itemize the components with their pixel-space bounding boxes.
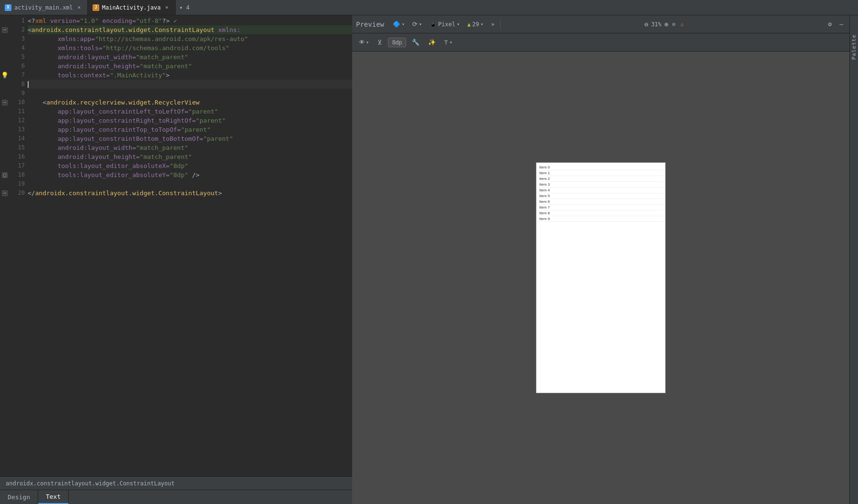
code-line-8 xyxy=(28,80,352,89)
magic-icon: ✨ xyxy=(428,39,436,46)
line-num-18: 18 xyxy=(10,170,25,179)
gutter-2[interactable]: − xyxy=(0,25,10,34)
bottom-status-bar: androidx.constraintlayout.widget.Constra… xyxy=(0,476,352,490)
line-num-12: 12 xyxy=(10,116,25,125)
toolbar-sep-1 xyxy=(500,20,501,29)
wrench-btn[interactable]: 🔧 xyxy=(409,37,422,47)
api-label: 29 xyxy=(472,21,479,28)
line-num-6: 6 xyxy=(10,62,25,71)
code-line-12: app:layout_constraintRight_toRightOf="pa… xyxy=(28,116,352,125)
code-line-5: android:layout_width="match_parent" xyxy=(28,52,352,62)
design-tab-label: Design xyxy=(8,494,30,501)
line-num-3: 3 xyxy=(10,34,25,43)
zoom-fit-btn[interactable]: ⊙ xyxy=(671,20,677,29)
line-num-15: 15 xyxy=(10,143,25,152)
gutter-1 xyxy=(0,16,10,25)
code-line-11: app:layout_constraintLeft_toLeftOf="pare… xyxy=(28,107,352,116)
line-num-7: 7 xyxy=(10,71,25,80)
line-num-20: 20 xyxy=(10,189,25,198)
tab-label-java: MainActivity.java xyxy=(102,4,161,11)
magnet-btn[interactable]: ⊻ xyxy=(375,37,385,47)
gutter-19 xyxy=(0,179,10,189)
gutter-8 xyxy=(0,80,10,89)
gutter-icons: − 💡 − xyxy=(0,15,10,476)
device-select-btn[interactable]: 📱 Pixel ▾ xyxy=(427,20,462,29)
preview-item-3: Item 3 xyxy=(538,182,663,188)
code-line-4: xmlns:tools="http://schemas.android.com/… xyxy=(28,43,352,52)
preview-item-4: Item 4 xyxy=(538,188,663,193)
line-num-2: 2 xyxy=(10,25,25,34)
line-numbers: 1 2 3 4 5 6 7 8 9 10 11 12 13 14 15 16 1… xyxy=(10,15,28,476)
api-btn[interactable]: ▲ 29 ▾ xyxy=(464,20,486,29)
tab-close-java[interactable]: × xyxy=(164,4,170,11)
line-num-19: 19 xyxy=(10,179,25,189)
align-chevron: ▾ xyxy=(450,40,452,45)
orientation-icon: ⟳ xyxy=(412,21,418,28)
main-content: − 💡 − xyxy=(0,15,858,504)
design-text-tabs: Design Text xyxy=(0,490,352,504)
code-line-18: tools:layout_editor_absoluteY="8dp" /> xyxy=(28,170,352,179)
fold-icon-18[interactable]: □ xyxy=(2,172,8,178)
preview-item-0: Item 0 xyxy=(538,165,663,170)
line-num-5: 5 xyxy=(10,52,25,62)
gutter-5 xyxy=(0,52,10,62)
close-btn[interactable]: — xyxy=(837,19,846,29)
fold-icon-10[interactable]: − xyxy=(2,100,8,105)
zoom-in-btn[interactable]: ⊕ xyxy=(663,20,669,29)
gutter-17 xyxy=(0,161,10,170)
code-line-19 xyxy=(28,179,352,189)
gutter-16 xyxy=(0,152,10,161)
line-num-9: 9 xyxy=(10,89,25,98)
zoom-out-btn[interactable]: ⊖ xyxy=(643,20,649,29)
design-mode-btn[interactable]: 🔷 ▾ xyxy=(390,19,408,29)
code-editor[interactable]: <?xml version="1.0" encoding="utf-8"?> ✓… xyxy=(28,15,352,476)
tab-close-xml[interactable]: × xyxy=(76,4,83,11)
device-chevron: ▾ xyxy=(457,21,460,27)
line-num-8: 8 xyxy=(10,80,25,89)
tab-design[interactable]: Design xyxy=(0,490,38,504)
zoom-level: 31% xyxy=(651,21,661,28)
settings-btn[interactable]: ⚙ xyxy=(826,19,834,29)
fold-icon-20[interactable]: − xyxy=(2,190,8,196)
line-num-11: 11 xyxy=(10,107,25,116)
fold-icon-2[interactable]: − xyxy=(2,27,8,33)
eye-btn[interactable]: 👁 ▾ xyxy=(356,37,372,47)
zoom-area: ⊖ 31% ⊕ ⊙ ⚠ xyxy=(643,20,684,29)
gutter-10[interactable]: − xyxy=(0,98,10,107)
code-line-17: tools:layout_editor_absoluteX="8dp" xyxy=(28,161,352,170)
tab-activity-main-xml[interactable]: X activity_main.xml × xyxy=(0,0,88,15)
dp-value-btn[interactable]: 8dp xyxy=(388,38,406,47)
code-line-10: <androidx.recyclerview.widget.RecyclerVi… xyxy=(28,98,352,107)
eye-chevron: ▾ xyxy=(366,40,369,45)
android-icon: ▲ xyxy=(467,21,471,28)
bulb-icon-7[interactable]: 💡 xyxy=(1,71,9,80)
magic-btn[interactable]: ✨ xyxy=(425,37,439,47)
preview-item-6: Item 6 xyxy=(538,199,663,205)
orientation-btn[interactable]: ⟳ ▾ xyxy=(409,19,425,29)
gutter-6 xyxy=(0,62,10,71)
code-line-1: <?xml version="1.0" encoding="utf-8"?> ✓ xyxy=(28,16,352,25)
line-num-16: 16 xyxy=(10,152,25,161)
xml-file-icon: X xyxy=(5,4,11,11)
line-num-4: 4 xyxy=(10,43,25,52)
code-line-9 xyxy=(28,89,352,98)
constraint-layout-status: androidx.constraintlayout.widget.Constra… xyxy=(6,480,175,487)
tab-main-activity-java[interactable]: J MainActivity.java × xyxy=(88,0,176,15)
magnet-icon: ⊻ xyxy=(377,39,382,46)
code-line-15: android:layout_width="match_parent" xyxy=(28,143,352,152)
device-label: Pixel xyxy=(438,21,455,28)
code-line-14: app:layout_constraintBottom_toBottomOf="… xyxy=(28,134,352,143)
gutter-20[interactable]: − xyxy=(0,189,10,198)
cursor xyxy=(28,81,29,88)
warning-icon: ⚠ xyxy=(680,21,684,28)
more-btn[interactable]: » xyxy=(488,20,497,29)
palette-panel[interactable]: Palette xyxy=(849,15,858,504)
gutter-18[interactable]: □ xyxy=(0,170,10,179)
tab-text[interactable]: Text xyxy=(38,490,69,504)
preview-canvas: Item 0 Item 1 Item 2 Item 3 Item 4 Item … xyxy=(352,52,849,504)
line-num-13: 13 xyxy=(10,125,25,134)
tab-overflow[interactable]: ▾ 4 xyxy=(176,4,194,11)
code-container[interactable]: − 💡 − xyxy=(0,15,352,476)
align-btn[interactable]: ⊤ ▾ xyxy=(441,37,455,47)
preview-item-2: Item 2 xyxy=(538,176,663,182)
